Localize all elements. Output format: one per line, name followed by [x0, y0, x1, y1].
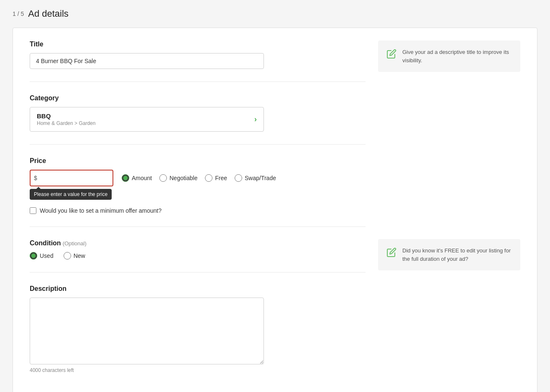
category-selector[interactable]: BBQ Home & Garden > Garden ›: [30, 107, 264, 132]
radio-used[interactable]: Used: [30, 252, 54, 260]
price-section: Price $ Please enter a value for the pri…: [30, 157, 366, 227]
radio-amount-label: Amount: [132, 175, 152, 181]
pencil-icon: [386, 49, 397, 60]
description-section: Description 4000 characters left: [30, 285, 366, 386]
description-textarea[interactable]: [30, 298, 264, 364]
radio-used-label: Used: [40, 252, 54, 259]
step-indicator: 1 / 5: [13, 10, 24, 17]
radio-negotiable-label: Negotiable: [169, 175, 197, 181]
title-section: Title: [30, 41, 366, 82]
condition-label: Condition(Optional): [30, 239, 366, 247]
description-hint-text: Did you know it's FREE to edit your list…: [402, 247, 512, 263]
title-hint-card: Give your ad a descriptive title to impr…: [378, 41, 520, 72]
radio-new[interactable]: New: [64, 252, 85, 260]
category-label: Category: [30, 94, 366, 102]
min-offer-checkbox[interactable]: [30, 207, 36, 214]
radio-swaptrade[interactable]: Swap/Trade: [235, 174, 276, 182]
price-input[interactable]: [30, 170, 113, 186]
radio-amount[interactable]: Amount: [122, 174, 152, 182]
category-section: Category BBQ Home & Garden > Garden ›: [30, 94, 366, 145]
condition-radio-group: Used New: [30, 252, 366, 260]
title-hint-text: Give your ad a descriptive title to impr…: [402, 48, 512, 64]
radio-negotiable[interactable]: Negotiable: [159, 174, 197, 182]
min-offer-label: Would you like to set a minimum offer am…: [40, 207, 161, 214]
category-breadcrumb: Home & Garden > Garden: [37, 120, 95, 126]
category-name: BBQ: [37, 112, 95, 120]
char-count: 4000 characters left: [30, 367, 366, 373]
title-input[interactable]: [30, 53, 264, 69]
chevron-right-icon: ›: [254, 115, 257, 124]
radio-new-label: New: [74, 252, 85, 259]
title-label: Title: [30, 41, 366, 48]
price-input-wrapper: $ Please enter a value for the price: [30, 170, 113, 186]
description-hint-card: Did you know it's FREE to edit your list…: [378, 239, 520, 270]
pencil-icon-2: [386, 247, 397, 259]
page-title: Ad details: [28, 8, 69, 19]
radio-swaptrade-label: Swap/Trade: [245, 175, 276, 181]
radio-free[interactable]: Free: [205, 174, 227, 182]
radio-free-label: Free: [215, 175, 227, 181]
min-offer-row: Would you like to set a minimum offer am…: [30, 207, 366, 214]
condition-section: Condition(Optional) Used New: [30, 239, 366, 272]
description-label: Description: [30, 285, 366, 293]
price-tooltip: Please enter a value for the price: [30, 189, 112, 200]
price-radio-group: Amount Negotiable Free: [122, 170, 276, 182]
price-label: Price: [30, 157, 366, 165]
